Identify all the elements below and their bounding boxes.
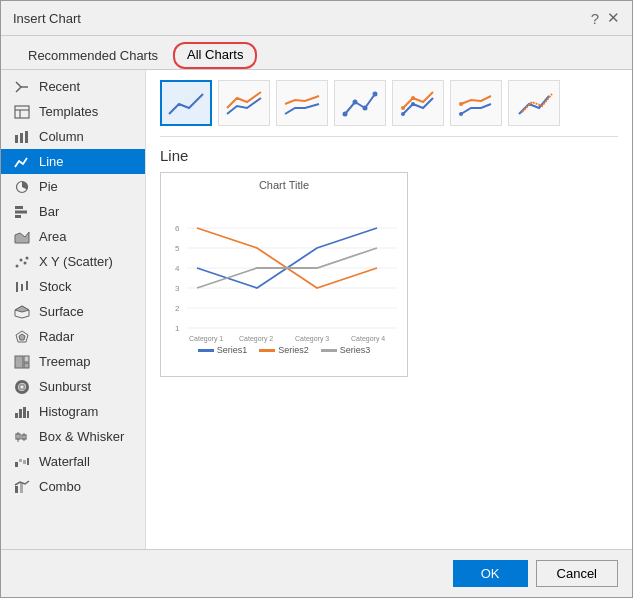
sidebar-label-column: Column [39,129,84,144]
svg-rect-41 [20,483,23,493]
histogram-icon [13,405,31,419]
svg-rect-24 [24,356,29,362]
sidebar-item-combo[interactable]: Combo [1,474,145,499]
title-bar-icons: ? ✕ [591,9,620,27]
sidebar-item-templates[interactable]: Templates [1,99,145,124]
sidebar-item-sunburst[interactable]: Sunburst [1,374,145,399]
svg-marker-22 [19,334,25,340]
tab-all-charts[interactable]: All Charts [173,42,257,69]
sidebar-item-radar[interactable]: Radar [1,324,145,349]
sidebar-item-histogram[interactable]: Histogram [1,399,145,424]
svg-point-47 [411,102,415,106]
legend-series2-label: Series2 [278,345,309,355]
sidebar-label-stock: Stock [39,279,72,294]
svg-rect-23 [15,356,23,368]
sidebar-item-stock[interactable]: Stock [1,274,145,299]
sidebar-item-column[interactable]: Column [1,124,145,149]
svg-rect-1 [15,106,29,118]
sidebar-label-treemap: Treemap [39,354,91,369]
svg-point-12 [16,264,19,267]
tab-bar: Recommended Charts All Charts [1,36,632,70]
sidebar-item-line[interactable]: Line [1,149,145,174]
line-icon [13,155,31,169]
svg-rect-8 [15,206,23,209]
legend-series3: Series3 [321,345,371,355]
svg-rect-4 [15,135,18,143]
svg-text:Category 1: Category 1 [189,335,223,343]
svg-point-26 [17,381,28,392]
insert-chart-dialog: Insert Chart ? ✕ Recommended Charts All … [0,0,633,598]
chart-preview-svg: 1 2 3 4 5 6 [167,193,403,343]
sidebar-item-waterfall[interactable]: Waterfall [1,449,145,474]
svg-point-49 [411,96,415,100]
radar-icon [13,330,31,344]
sidebar-label-surface: Surface [39,304,84,319]
sunburst-icon [13,380,31,394]
svg-rect-5 [20,133,23,143]
main-content: Recent Templates Column Line [1,70,632,549]
svg-rect-31 [27,411,29,418]
sidebar-label-sunburst: Sunburst [39,379,91,394]
chart-subtype-stacked-line[interactable] [218,80,270,126]
svg-text:Category 3: Category 3 [295,335,329,343]
svg-point-14 [24,261,27,264]
sidebar-label-bar: Bar [39,204,59,219]
waterfall-icon [13,455,31,469]
svg-text:4: 4 [175,264,180,273]
legend-series1-label: Series1 [217,345,248,355]
sidebar-item-bar[interactable]: Bar [1,199,145,224]
sidebar-label-boxwhisker: Box & Whisker [39,429,124,444]
area-icon [13,230,31,244]
help-icon[interactable]: ? [591,10,599,27]
svg-marker-11 [15,232,29,243]
svg-rect-39 [27,458,29,465]
svg-point-13 [20,258,23,261]
chart-subtype-line-markers[interactable] [334,80,386,126]
svg-rect-9 [15,210,27,213]
chart-subtype-100-stacked-line[interactable] [276,80,328,126]
boxwhisker-icon [13,430,31,444]
sidebar-label-templates: Templates [39,104,98,119]
svg-text:5: 5 [175,244,180,253]
sidebar-item-pie[interactable]: Pie [1,174,145,199]
legend-series2: Series2 [259,345,309,355]
svg-rect-37 [19,459,22,462]
chart-subtype-3d-line[interactable] [508,80,560,126]
svg-point-48 [401,106,405,110]
bar-icon [13,205,31,219]
templates-icon [13,105,31,119]
sidebar-label-pie: Pie [39,179,58,194]
sidebar-label-combo: Combo [39,479,81,494]
sidebar-label-recent: Recent [39,79,80,94]
chart-subtype-100-stacked-markers[interactable] [450,80,502,126]
recent-icon [13,80,31,94]
tab-recommended[interactable]: Recommended Charts [13,42,173,69]
title-bar: Insert Chart ? ✕ [1,1,632,36]
svg-rect-10 [15,215,21,218]
svg-point-46 [401,112,405,116]
chart-legend: Series1 Series2 Series3 [167,345,401,355]
svg-text:Category 4: Category 4 [351,335,385,343]
sidebar-item-boxwhisker[interactable]: Box & Whisker [1,424,145,449]
chart-subtype-line[interactable] [160,80,212,126]
svg-rect-29 [19,409,22,418]
sidebar-item-treemap[interactable]: Treemap [1,349,145,374]
sidebar-label-histogram: Histogram [39,404,98,419]
sidebar-item-recent[interactable]: Recent [1,74,145,99]
treemap-icon [13,355,31,369]
legend-series3-label: Series3 [340,345,371,355]
svg-text:1: 1 [175,324,180,333]
svg-point-42 [343,112,348,117]
cancel-button[interactable]: Cancel [536,560,618,587]
svg-text:2: 2 [175,304,180,313]
svg-point-51 [459,102,463,106]
legend-series3-color [321,349,337,352]
sidebar-item-xy[interactable]: X Y (Scatter) [1,249,145,274]
svg-point-43 [353,100,358,105]
sidebar-item-area[interactable]: Area [1,224,145,249]
sidebar-item-surface[interactable]: Surface [1,299,145,324]
ok-button[interactable]: OK [453,560,528,587]
sidebar-label-line: Line [39,154,64,169]
close-icon[interactable]: ✕ [607,9,620,27]
chart-subtype-stacked-line-markers[interactable] [392,80,444,126]
